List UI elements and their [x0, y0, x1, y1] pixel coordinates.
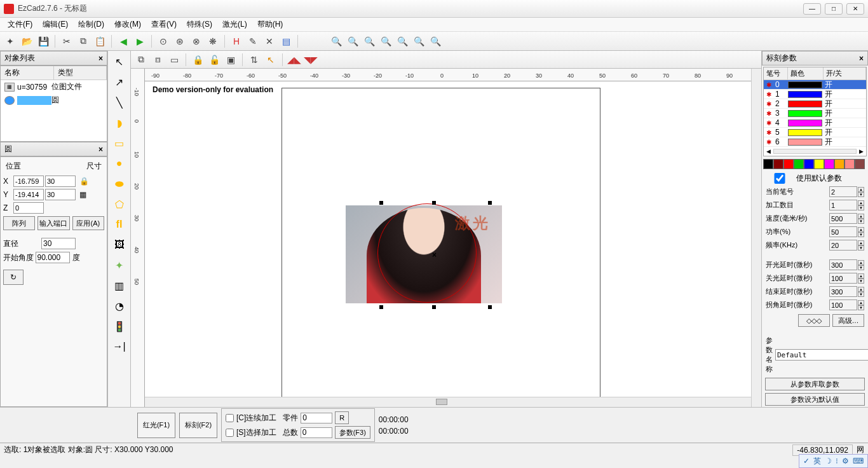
open-icon[interactable]: 📂 — [19, 34, 34, 49]
horizontal-scrollbar[interactable] — [145, 397, 751, 407]
y-pos-input[interactable] — [13, 189, 44, 200]
gear-icon[interactable]: ⚙ — [842, 457, 849, 465]
snap2-icon[interactable]: ⊛ — [172, 34, 187, 49]
rect-tool-icon[interactable]: ▭ — [111, 135, 128, 151]
red-light-button[interactable]: 红光(F1) — [137, 413, 175, 438]
minimize-button[interactable]: — — [803, 3, 821, 15]
palette-swatch[interactable] — [844, 159, 855, 169]
refresh-button[interactable]: ↻ — [3, 270, 24, 285]
order-icon[interactable]: ⇅ — [247, 52, 262, 67]
circle-tool-icon[interactable]: ● — [111, 155, 128, 172]
zoom-win-icon[interactable]: 🔍 — [428, 34, 443, 49]
menu-help[interactable]: 帮助(H) — [252, 18, 288, 31]
lock-icon[interactable]: 🔒 — [190, 52, 205, 67]
freq-input[interactable] — [829, 240, 857, 251]
palette-swatch[interactable] — [763, 159, 773, 169]
diameter-input[interactable] — [41, 238, 76, 249]
zoom-in-icon[interactable]: 🔍 — [345, 34, 360, 49]
select-mark-checkbox[interactable] — [226, 429, 234, 437]
menu-laser[interactable]: 激光(L) — [217, 18, 252, 31]
menu-draw[interactable]: 绘制(D) — [73, 18, 109, 31]
pen-table[interactable]: 笔号 颜色 开/关 ✱0开✱1开✱2开✱3开✱4开✱5开✱6开 ◀ ▶ — [763, 67, 867, 156]
opt-icon[interactable]: ⁝ — [836, 457, 838, 465]
lock-icon[interactable]: 🔒 — [79, 177, 89, 186]
x-size-input[interactable] — [45, 176, 76, 187]
off-delay-input[interactable] — [829, 273, 857, 284]
vertical-scrollbar[interactable] — [751, 69, 761, 407]
menu-view[interactable]: 查看(V) — [146, 18, 182, 31]
params-button[interactable]: 参数(F3) — [335, 426, 370, 439]
menu-file[interactable]: 文件(F) — [3, 18, 37, 31]
end-delay-input[interactable] — [829, 286, 857, 297]
redo-icon[interactable]: ▶ — [132, 34, 147, 49]
palette-swatch[interactable] — [855, 159, 865, 169]
scroll-right-icon[interactable]: ▶ — [859, 148, 864, 155]
array-button[interactable]: 阵列 — [3, 216, 35, 230]
polygon-tool-icon[interactable]: ⬠ — [111, 196, 128, 212]
total-input[interactable] — [301, 427, 332, 438]
palette-swatch[interactable] — [773, 159, 783, 169]
mirror-v-icon[interactable]: ◥◤ — [303, 52, 318, 67]
scroll-left-icon[interactable]: ◀ — [766, 148, 771, 155]
cut-icon[interactable]: ✂ — [59, 34, 74, 49]
object-list[interactable]: 名称 类型 ▦ u=30759 位图文件 圆 — [0, 65, 107, 142]
node-tool-icon[interactable]: ↗ — [111, 74, 128, 90]
on-delay-input[interactable] — [829, 259, 857, 270]
new-icon[interactable]: ✦ — [3, 34, 18, 49]
ellipse-tool-icon[interactable]: ⬬ — [111, 176, 128, 192]
keyboard-icon[interactable]: ⌨ — [853, 457, 864, 465]
select-tool-icon[interactable]: ↖ — [111, 53, 128, 70]
group-icon[interactable]: ⧉ — [133, 52, 149, 67]
zoom-icon[interactable]: 🔍 — [329, 34, 344, 49]
list-icon[interactable]: ▤ — [278, 34, 294, 49]
load-params-button[interactable]: 从参数库取参数 — [765, 378, 865, 390]
handle[interactable] — [379, 305, 383, 309]
paste-icon[interactable]: 📋 — [92, 34, 107, 49]
ime-lang[interactable]: 英 — [813, 456, 821, 467]
ime-icon[interactable]: ✓ — [803, 457, 810, 465]
palette-swatch[interactable] — [783, 159, 794, 169]
layer-icon[interactable]: ▣ — [223, 52, 238, 67]
canvas[interactable]: Demo version-only for evaluation 激光 × — [145, 81, 751, 397]
curve-tool-icon[interactable]: ◗ — [111, 114, 128, 131]
palette-swatch[interactable] — [794, 159, 804, 169]
count-input[interactable] — [829, 200, 857, 210]
vector-tool-icon[interactable]: ✦ — [111, 257, 128, 273]
image-tool-icon[interactable]: 🖼 — [111, 237, 128, 253]
current-pen-input[interactable] — [829, 186, 857, 197]
snap3-icon[interactable]: ⊗ — [189, 34, 204, 49]
extend-tool-icon[interactable]: →| — [111, 338, 128, 355]
menu-edit[interactable]: 编辑(E) — [37, 18, 73, 31]
handle[interactable] — [488, 201, 492, 205]
start-angle-input[interactable] — [36, 252, 70, 263]
object-row[interactable]: ▦ u=30759 位图文件 — [1, 80, 107, 93]
palette-swatch[interactable] — [804, 159, 814, 169]
text-tool-icon[interactable]: fI — [111, 216, 128, 233]
close-panel-icon[interactable]: × — [98, 145, 103, 154]
use-default-checkbox[interactable] — [766, 173, 794, 184]
timer-tool-icon[interactable]: ◔ — [111, 298, 128, 314]
close-button[interactable]: ✕ — [846, 3, 864, 15]
r-button[interactable]: R — [335, 411, 349, 424]
palette-swatch[interactable] — [834, 159, 844, 169]
corner-delay-input[interactable] — [829, 299, 857, 310]
snap4-icon[interactable]: ❋ — [205, 34, 220, 49]
input-port-button[interactable]: 输入端口 — [37, 216, 69, 230]
bitmap-object[interactable]: 激光 — [346, 205, 502, 303]
menu-special[interactable]: 特殊(S) — [182, 18, 217, 31]
settings-icon[interactable]: ✕ — [262, 34, 277, 49]
align-icon[interactable]: ▭ — [166, 52, 182, 67]
hatch-icon[interactable]: H — [229, 34, 244, 49]
zoom-all-icon[interactable]: 🔍 — [395, 34, 410, 49]
speed-input[interactable] — [829, 213, 857, 224]
palette-swatch[interactable] — [814, 159, 824, 169]
advanced-button[interactable]: 高级… — [832, 314, 864, 327]
y-size-input[interactable] — [45, 189, 76, 200]
unlock-icon[interactable]: 🔓 — [207, 52, 222, 67]
line-tool-icon[interactable]: ╲ — [111, 94, 128, 111]
save-default-button[interactable]: 参数设为默认值 — [765, 393, 865, 406]
handle[interactable] — [379, 201, 383, 205]
continuous-checkbox[interactable] — [226, 414, 234, 422]
close-panel-icon[interactable]: × — [98, 54, 103, 63]
ime-taskbar[interactable]: ✓ 英 ☽ ⁝ ⚙ ⌨ — [799, 454, 868, 468]
